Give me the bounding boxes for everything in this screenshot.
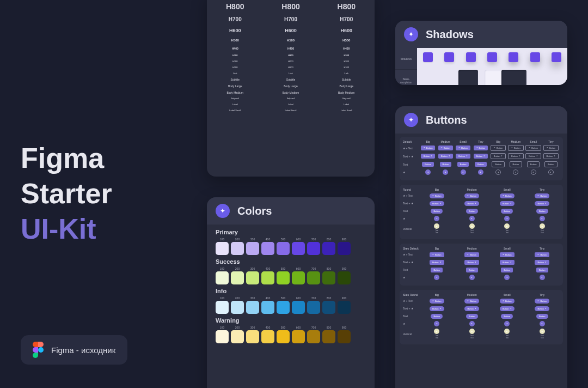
color-swatch[interactable] <box>338 330 351 343</box>
color-swatch[interactable] <box>277 330 290 343</box>
button-vertical[interactable]: ★TextText <box>469 329 475 339</box>
color-swatch[interactable] <box>322 242 335 255</box>
color-swatch[interactable] <box>277 301 290 314</box>
button-sample[interactable]: Button <box>492 161 505 167</box>
color-swatch[interactable] <box>246 330 259 343</box>
button-sample[interactable]: ★Button <box>464 252 479 257</box>
color-swatch[interactable] <box>292 271 305 284</box>
button-sample[interactable]: ★ <box>495 169 501 175</box>
button-sample[interactable]: ★ <box>504 321 510 326</box>
button-sample[interactable]: ★Button <box>500 252 514 257</box>
button-sample[interactable]: ★ <box>478 169 483 175</box>
color-swatch[interactable] <box>338 271 351 284</box>
button-sample[interactable]: ★ <box>540 321 545 326</box>
color-swatch[interactable] <box>292 301 305 314</box>
button-sample[interactable]: Button★ <box>464 260 479 265</box>
button-sample[interactable]: Button★ <box>500 260 514 265</box>
color-swatch[interactable] <box>307 301 320 314</box>
button-sample[interactable]: ★Button <box>430 252 444 257</box>
button-sample[interactable]: Button <box>457 162 469 167</box>
button-sample[interactable]: Button <box>501 268 513 272</box>
button-sample[interactable]: ★Button <box>456 146 470 150</box>
button-sample[interactable]: ★Button <box>491 145 506 151</box>
color-swatch[interactable] <box>216 301 229 314</box>
button-sample[interactable]: ★Button <box>535 299 549 304</box>
button-sample[interactable]: ★Button <box>500 193 514 198</box>
button-sample[interactable]: Button <box>431 209 443 214</box>
button-sample[interactable]: Button★ <box>535 260 549 265</box>
button-sample[interactable]: ★Button <box>525 145 541 151</box>
button-sample[interactable]: Button★ <box>508 153 524 159</box>
button-sample[interactable]: ★Button <box>535 193 549 198</box>
color-swatch[interactable] <box>338 301 351 314</box>
button-sample[interactable]: Button★ <box>430 201 444 206</box>
button-sample[interactable]: Button <box>466 209 478 214</box>
button-sample[interactable]: Button <box>422 162 434 167</box>
button-sample[interactable]: Button <box>466 268 478 272</box>
button-sample[interactable]: Button <box>431 268 443 272</box>
color-swatch[interactable] <box>261 271 274 284</box>
button-vertical[interactable]: ★TextText <box>469 223 475 234</box>
button-sample[interactable]: ★ <box>504 216 510 221</box>
color-swatch[interactable] <box>261 242 274 255</box>
button-sample[interactable]: Button <box>536 268 548 272</box>
button-sample[interactable]: Button★ <box>535 306 549 311</box>
button-sample[interactable]: ★Button <box>464 299 479 304</box>
button-vertical[interactable]: ★TextText <box>504 223 510 234</box>
color-swatch[interactable] <box>246 301 259 314</box>
color-swatch[interactable] <box>231 271 244 284</box>
button-sample[interactable]: ★ <box>469 321 475 326</box>
button-sample[interactable]: ★ <box>434 275 439 280</box>
button-sample[interactable]: ★ <box>540 216 545 221</box>
color-swatch[interactable] <box>292 330 305 343</box>
button-vertical[interactable]: ★TextText <box>504 329 510 339</box>
button-vertical[interactable]: ★TextText <box>540 223 545 234</box>
button-sample[interactable]: Button★ <box>464 201 479 206</box>
color-swatch[interactable] <box>246 242 259 255</box>
button-sample[interactable]: Button★ <box>535 201 549 206</box>
color-swatch[interactable] <box>322 271 335 284</box>
tab-skeumorphism[interactable]: Skeu-morphism <box>395 70 417 85</box>
button-sample[interactable]: ★ <box>504 275 510 280</box>
button-sample[interactable]: ★ <box>434 216 439 221</box>
tab-shadows[interactable]: Shadows <box>395 48 417 70</box>
color-swatch[interactable] <box>292 242 305 255</box>
color-swatch[interactable] <box>216 271 229 284</box>
color-swatch[interactable] <box>246 271 259 284</box>
color-swatch[interactable] <box>261 301 274 314</box>
button-sample[interactable]: Button★ <box>474 154 488 159</box>
button-sample[interactable]: ★ <box>531 169 536 175</box>
button-sample[interactable]: Button <box>440 162 452 167</box>
button-sample[interactable]: ★Button <box>430 299 444 304</box>
color-swatch[interactable] <box>231 301 244 314</box>
button-sample[interactable]: ★Button <box>474 146 488 150</box>
color-swatch[interactable] <box>216 330 229 343</box>
button-sample[interactable]: ★Button <box>508 145 524 151</box>
button-sample[interactable]: Button★ <box>525 153 541 159</box>
color-swatch[interactable] <box>216 242 229 255</box>
color-swatch[interactable] <box>322 301 335 314</box>
button-vertical[interactable]: ★TextText <box>434 329 439 339</box>
figma-source-chip[interactable]: Figma - исходник <box>21 335 127 365</box>
button-sample[interactable]: Button <box>544 161 558 167</box>
color-swatch[interactable] <box>231 330 244 343</box>
button-sample[interactable]: Button <box>501 209 513 214</box>
button-sample[interactable]: ★Button <box>535 252 549 257</box>
button-sample[interactable]: Button <box>527 161 540 167</box>
color-swatch[interactable] <box>322 330 335 343</box>
button-sample[interactable]: Button <box>510 161 523 167</box>
button-sample[interactable]: Button <box>431 314 443 319</box>
button-sample[interactable]: Button★ <box>456 154 470 159</box>
button-sample[interactable]: Button★ <box>491 153 506 159</box>
button-sample[interactable]: ★ <box>469 275 475 280</box>
button-vertical[interactable]: ★TextText <box>434 223 439 234</box>
button-sample[interactable]: Button★ <box>430 306 444 311</box>
color-swatch[interactable] <box>261 330 274 343</box>
button-sample[interactable]: Button★ <box>500 306 514 311</box>
button-sample[interactable]: Button <box>466 314 478 319</box>
button-sample[interactable]: Button <box>536 209 548 214</box>
button-sample[interactable]: ★ <box>469 216 475 221</box>
color-swatch[interactable] <box>307 330 320 343</box>
button-sample[interactable]: Button★ <box>430 260 444 265</box>
button-vertical[interactable]: ★TextText <box>540 329 545 339</box>
